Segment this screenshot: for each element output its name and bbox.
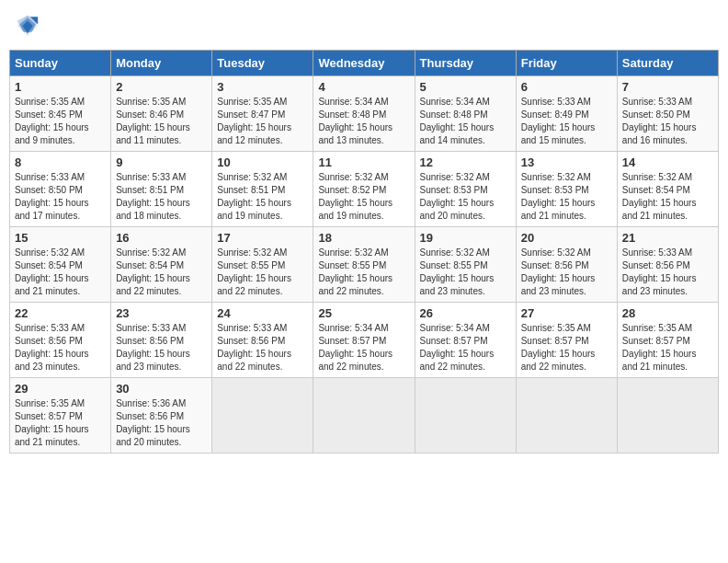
day-number: 12 bbox=[420, 155, 511, 169]
day-number: 28 bbox=[622, 306, 713, 320]
header-row: SundayMondayTuesdayWednesdayThursdayFrid… bbox=[10, 51, 719, 76]
day-number: 16 bbox=[116, 231, 207, 245]
empty-cell bbox=[313, 378, 415, 454]
day-cell-2: 2 Sunrise: 5:35 AM Sunset: 8:46 PM Dayli… bbox=[111, 76, 212, 152]
page-header bbox=[9, 9, 719, 42]
day-info: Sunrise: 5:33 AM Sunset: 8:56 PM Dayligh… bbox=[116, 322, 207, 373]
day-info: Sunrise: 5:35 AM Sunset: 8:57 PM Dayligh… bbox=[521, 322, 612, 373]
day-info: Sunrise: 5:33 AM Sunset: 8:50 PM Dayligh… bbox=[15, 171, 106, 223]
day-cell-7: 7 Sunrise: 5:33 AM Sunset: 8:50 PM Dayli… bbox=[617, 76, 718, 152]
header-cell-friday: Friday bbox=[516, 51, 617, 76]
day-cell-17: 17 Sunrise: 5:32 AM Sunset: 8:55 PM Dayl… bbox=[212, 227, 313, 303]
day-cell-28: 28 Sunrise: 5:35 AM Sunset: 8:57 PM Dayl… bbox=[617, 303, 718, 378]
calendar-week-5: 29 Sunrise: 5:35 AM Sunset: 8:57 PM Dayl… bbox=[10, 378, 719, 454]
day-number: 25 bbox=[318, 306, 409, 320]
header-cell-tuesday: Tuesday bbox=[212, 51, 313, 76]
day-info: Sunrise: 5:35 AM Sunset: 8:46 PM Dayligh… bbox=[116, 96, 207, 147]
header-cell-thursday: Thursday bbox=[415, 51, 516, 76]
day-cell-15: 15 Sunrise: 5:32 AM Sunset: 8:54 PM Dayl… bbox=[10, 227, 111, 303]
empty-cell bbox=[617, 378, 718, 454]
calendar-week-1: 1 Sunrise: 5:35 AM Sunset: 8:45 PM Dayli… bbox=[10, 76, 719, 152]
calendar-body: 1 Sunrise: 5:35 AM Sunset: 8:45 PM Dayli… bbox=[10, 76, 719, 454]
day-number: 5 bbox=[420, 80, 511, 94]
day-cell-14: 14 Sunrise: 5:32 AM Sunset: 8:54 PM Dayl… bbox=[617, 152, 718, 227]
calendar-header: SundayMondayTuesdayWednesdayThursdayFrid… bbox=[10, 51, 719, 76]
day-info: Sunrise: 5:32 AM Sunset: 8:54 PM Dayligh… bbox=[116, 247, 207, 298]
day-info: Sunrise: 5:34 AM Sunset: 8:48 PM Dayligh… bbox=[318, 96, 409, 147]
day-cell-25: 25 Sunrise: 5:34 AM Sunset: 8:57 PM Dayl… bbox=[313, 303, 415, 378]
day-info: Sunrise: 5:33 AM Sunset: 8:51 PM Dayligh… bbox=[116, 171, 207, 223]
day-number: 24 bbox=[217, 306, 308, 320]
day-cell-12: 12 Sunrise: 5:32 AM Sunset: 8:53 PM Dayl… bbox=[415, 152, 516, 227]
logo-icon bbox=[15, 13, 40, 39]
day-cell-11: 11 Sunrise: 5:32 AM Sunset: 8:52 PM Dayl… bbox=[313, 152, 415, 227]
day-number: 27 bbox=[521, 306, 612, 320]
day-number: 8 bbox=[15, 155, 106, 169]
day-number: 20 bbox=[521, 231, 612, 245]
day-cell-24: 24 Sunrise: 5:33 AM Sunset: 8:56 PM Dayl… bbox=[212, 303, 313, 378]
day-info: Sunrise: 5:33 AM Sunset: 8:50 PM Dayligh… bbox=[622, 96, 713, 147]
day-cell-20: 20 Sunrise: 5:32 AM Sunset: 8:56 PM Dayl… bbox=[516, 227, 617, 303]
day-cell-18: 18 Sunrise: 5:32 AM Sunset: 8:55 PM Dayl… bbox=[313, 227, 415, 303]
day-info: Sunrise: 5:32 AM Sunset: 8:53 PM Dayligh… bbox=[521, 171, 612, 223]
day-info: Sunrise: 5:32 AM Sunset: 8:53 PM Dayligh… bbox=[420, 171, 511, 223]
day-info: Sunrise: 5:33 AM Sunset: 8:56 PM Dayligh… bbox=[217, 322, 308, 373]
day-info: Sunrise: 5:35 AM Sunset: 8:57 PM Dayligh… bbox=[15, 397, 106, 449]
day-cell-13: 13 Sunrise: 5:32 AM Sunset: 8:53 PM Dayl… bbox=[516, 152, 617, 227]
day-info: Sunrise: 5:35 AM Sunset: 8:57 PM Dayligh… bbox=[622, 322, 713, 373]
day-number: 10 bbox=[217, 155, 308, 169]
day-number: 1 bbox=[15, 80, 106, 94]
day-cell-6: 6 Sunrise: 5:33 AM Sunset: 8:49 PM Dayli… bbox=[516, 76, 617, 152]
day-info: Sunrise: 5:33 AM Sunset: 8:56 PM Dayligh… bbox=[15, 322, 106, 373]
day-info: Sunrise: 5:32 AM Sunset: 8:56 PM Dayligh… bbox=[521, 247, 612, 298]
day-info: Sunrise: 5:32 AM Sunset: 8:52 PM Dayligh… bbox=[318, 171, 409, 223]
day-number: 30 bbox=[116, 382, 207, 396]
day-number: 23 bbox=[116, 306, 207, 320]
day-cell-3: 3 Sunrise: 5:35 AM Sunset: 8:47 PM Dayli… bbox=[212, 76, 313, 152]
day-info: Sunrise: 5:33 AM Sunset: 8:56 PM Dayligh… bbox=[622, 247, 713, 298]
day-number: 26 bbox=[420, 306, 511, 320]
day-cell-21: 21 Sunrise: 5:33 AM Sunset: 8:56 PM Dayl… bbox=[617, 227, 718, 303]
header-cell-saturday: Saturday bbox=[617, 51, 718, 76]
logo bbox=[15, 13, 42, 39]
day-number: 11 bbox=[318, 155, 409, 169]
calendar-table: SundayMondayTuesdayWednesdayThursdayFrid… bbox=[9, 50, 719, 454]
day-info: Sunrise: 5:32 AM Sunset: 8:54 PM Dayligh… bbox=[622, 171, 713, 223]
day-number: 21 bbox=[622, 231, 713, 245]
day-info: Sunrise: 5:32 AM Sunset: 8:55 PM Dayligh… bbox=[217, 247, 308, 298]
day-info: Sunrise: 5:34 AM Sunset: 8:57 PM Dayligh… bbox=[318, 322, 409, 373]
day-info: Sunrise: 5:35 AM Sunset: 8:47 PM Dayligh… bbox=[217, 96, 308, 147]
empty-cell bbox=[516, 378, 617, 454]
day-number: 29 bbox=[15, 382, 106, 396]
day-number: 18 bbox=[318, 231, 409, 245]
day-cell-9: 9 Sunrise: 5:33 AM Sunset: 8:51 PM Dayli… bbox=[111, 152, 212, 227]
day-number: 3 bbox=[217, 80, 308, 94]
day-cell-4: 4 Sunrise: 5:34 AM Sunset: 8:48 PM Dayli… bbox=[313, 76, 415, 152]
calendar-week-2: 8 Sunrise: 5:33 AM Sunset: 8:50 PM Dayli… bbox=[10, 152, 719, 227]
day-info: Sunrise: 5:34 AM Sunset: 8:48 PM Dayligh… bbox=[420, 96, 511, 147]
day-number: 2 bbox=[116, 80, 207, 94]
header-cell-sunday: Sunday bbox=[10, 51, 111, 76]
day-cell-10: 10 Sunrise: 5:32 AM Sunset: 8:51 PM Dayl… bbox=[212, 152, 313, 227]
day-cell-23: 23 Sunrise: 5:33 AM Sunset: 8:56 PM Dayl… bbox=[111, 303, 212, 378]
day-info: Sunrise: 5:34 AM Sunset: 8:57 PM Dayligh… bbox=[420, 322, 511, 373]
day-cell-8: 8 Sunrise: 5:33 AM Sunset: 8:50 PM Dayli… bbox=[10, 152, 111, 227]
day-info: Sunrise: 5:32 AM Sunset: 8:51 PM Dayligh… bbox=[217, 171, 308, 223]
day-number: 7 bbox=[622, 80, 713, 94]
day-number: 14 bbox=[622, 155, 713, 169]
day-info: Sunrise: 5:36 AM Sunset: 8:56 PM Dayligh… bbox=[116, 397, 207, 449]
header-cell-monday: Monday bbox=[111, 51, 212, 76]
day-info: Sunrise: 5:32 AM Sunset: 8:55 PM Dayligh… bbox=[318, 247, 409, 298]
day-cell-16: 16 Sunrise: 5:32 AM Sunset: 8:54 PM Dayl… bbox=[111, 227, 212, 303]
day-number: 19 bbox=[420, 231, 511, 245]
day-info: Sunrise: 5:33 AM Sunset: 8:49 PM Dayligh… bbox=[521, 96, 612, 147]
calendar-week-4: 22 Sunrise: 5:33 AM Sunset: 8:56 PM Dayl… bbox=[10, 303, 719, 378]
day-cell-29: 29 Sunrise: 5:35 AM Sunset: 8:57 PM Dayl… bbox=[10, 378, 111, 454]
day-number: 15 bbox=[15, 231, 106, 245]
day-cell-5: 5 Sunrise: 5:34 AM Sunset: 8:48 PM Dayli… bbox=[415, 76, 516, 152]
day-number: 9 bbox=[116, 155, 207, 169]
day-cell-30: 30 Sunrise: 5:36 AM Sunset: 8:56 PM Dayl… bbox=[111, 378, 212, 454]
day-number: 6 bbox=[521, 80, 612, 94]
day-number: 13 bbox=[521, 155, 612, 169]
day-cell-27: 27 Sunrise: 5:35 AM Sunset: 8:57 PM Dayl… bbox=[516, 303, 617, 378]
